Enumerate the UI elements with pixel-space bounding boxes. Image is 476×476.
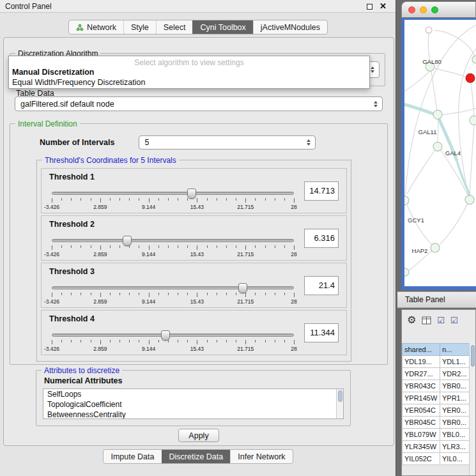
table-cell[interactable]: YDL1... xyxy=(440,356,470,368)
network-node[interactable] xyxy=(465,196,474,204)
table-row[interactable]: YBR043CYBR0... xyxy=(403,380,470,392)
slider-track[interactable] xyxy=(52,239,294,242)
threshold-value-input[interactable] xyxy=(304,276,339,295)
attributes-list[interactable]: SelfLoopsTopologicalCoefficientBetweenne… xyxy=(43,388,344,419)
close-traffic-light-icon[interactable] xyxy=(408,6,415,13)
table-cell[interactable]: YLR3... xyxy=(440,441,470,453)
column-header-name[interactable]: n... xyxy=(440,344,470,356)
tab-discretize-data[interactable]: Discretize Data xyxy=(162,450,231,463)
combo-spinner-icon xyxy=(374,101,378,107)
ruler-tick xyxy=(245,198,246,203)
scrollbar-thumb[interactable] xyxy=(338,390,342,402)
network-node-gal4[interactable] xyxy=(433,142,442,151)
table-row[interactable]: YBL079WYBL0... xyxy=(403,429,470,441)
tab-jactivemnodules[interactable]: jActiveMNodules xyxy=(253,20,327,34)
ruler-tick xyxy=(110,340,111,342)
threshold-slider[interactable]: -3.4262.8599.14415.4321.71528 xyxy=(52,328,294,357)
threshold-slider[interactable]: -3.4262.8599.14415.4321.71528 xyxy=(52,281,294,309)
table-cell[interactable]: YDR27... xyxy=(403,368,440,380)
slider-handle[interactable] xyxy=(161,330,170,341)
number-of-intervals-combobox[interactable]: 5 xyxy=(139,135,316,150)
table-cell[interactable]: YIL052C xyxy=(403,453,440,465)
table-cell[interactable]: YBR045C xyxy=(403,417,440,429)
slider-track[interactable] xyxy=(52,334,294,337)
number-of-intervals-row: Number of Intervals 5 xyxy=(40,135,387,150)
table-cell[interactable]: YDR2... xyxy=(440,368,470,380)
ruler-tick xyxy=(284,293,285,295)
ruler-tick xyxy=(178,198,178,201)
attribute-list-item[interactable]: BetweennessCentrality xyxy=(43,410,336,419)
ruler-tick xyxy=(119,340,120,342)
table-cell[interactable]: YBR0... xyxy=(440,417,470,429)
network-node[interactable] xyxy=(404,268,409,276)
minimize-traffic-light-icon[interactable] xyxy=(420,6,427,13)
table-cell[interactable]: YPR145W xyxy=(403,392,440,404)
tab-style[interactable]: Style xyxy=(123,20,156,34)
table-row[interactable]: YLR345WYLR3... xyxy=(403,441,470,453)
network-node[interactable] xyxy=(470,116,476,125)
scrollbar-thumb[interactable] xyxy=(471,345,475,367)
close-icon[interactable]: ✕ xyxy=(380,0,387,13)
tab-network[interactable]: Network xyxy=(69,20,123,34)
checkbox-icon[interactable]: ☑ xyxy=(450,316,458,325)
table-data-combobox[interactable]: galFiltered.sif default node xyxy=(15,96,383,111)
dropdown-option-manual-discretization[interactable]: Manual Discretization xyxy=(9,67,369,77)
checkbox-icon[interactable]: ☑ xyxy=(437,316,445,325)
ruler-tick xyxy=(61,198,62,201)
tab-cyni-toolbox[interactable]: Cyni Toolbox xyxy=(192,20,252,34)
scrollbar[interactable] xyxy=(469,343,475,475)
table-row[interactable]: YIL052CYIL0... xyxy=(403,453,470,465)
network-node-selected-red[interactable] xyxy=(466,73,475,82)
slider-track[interactable] xyxy=(52,286,294,289)
table-row[interactable]: YDL19...YDL1... xyxy=(403,356,470,368)
slider-track[interactable] xyxy=(52,192,294,195)
threshold-value-input[interactable] xyxy=(304,229,339,248)
table-cell[interactable]: YER054C xyxy=(403,404,440,417)
table-cell[interactable]: YDL19... xyxy=(403,356,440,368)
table-cell[interactable]: YER0... xyxy=(440,404,470,417)
threshold-slider[interactable]: -3.4262.8599.14415.4321.71528 xyxy=(52,234,294,262)
apply-button[interactable]: Apply xyxy=(178,429,219,442)
table-cell[interactable]: YIL0... xyxy=(440,453,470,465)
slider-handle[interactable] xyxy=(123,236,132,246)
threshold-slider[interactable]: -3.4262.8599.14415.4321.71528 xyxy=(52,187,294,215)
table-cell[interactable]: YBL079W xyxy=(403,429,440,441)
threshold-value-input[interactable] xyxy=(304,323,339,342)
slider-handle[interactable] xyxy=(187,188,196,199)
network-node-gal11[interactable] xyxy=(433,110,442,119)
columns-icon[interactable] xyxy=(422,316,431,325)
column-header-shared-name[interactable]: shared... xyxy=(403,344,440,356)
window-controls: ✕ xyxy=(367,0,387,13)
table-cell[interactable]: YBR0... xyxy=(440,380,470,392)
table-row[interactable]: YDR27...YDR2... xyxy=(403,368,470,380)
tab-select[interactable]: Select xyxy=(156,20,193,34)
table-cell[interactable]: YPR1... xyxy=(440,392,470,404)
table-row[interactable]: YER054CYER0... xyxy=(403,404,470,417)
table-panel-header[interactable]: Table Panel xyxy=(397,291,476,308)
zoom-traffic-light-icon[interactable] xyxy=(431,6,438,13)
scale-label: 9.144 xyxy=(142,346,155,352)
table-row[interactable]: YBR045CYBR0... xyxy=(403,417,470,429)
network-node-hap2[interactable] xyxy=(431,243,440,252)
network-node[interactable] xyxy=(472,56,476,63)
network-canvas[interactable]: GAL80 GAL11 GAL4 GCY1 HAP2 xyxy=(404,20,476,286)
table-cell[interactable]: YLR345W xyxy=(403,441,440,453)
network-node-gcy1[interactable] xyxy=(404,196,409,205)
dropdown-option-equal-width-frequency[interactable]: Equal Width/Frequency Discretization xyxy=(9,77,369,88)
table-cell[interactable]: YBR043C xyxy=(403,380,440,392)
ruler-tick xyxy=(245,340,246,344)
attribute-list-item[interactable]: TopologicalCoefficient xyxy=(43,399,336,410)
scrollbar[interactable] xyxy=(336,389,343,418)
network-node[interactable] xyxy=(426,27,432,33)
attribute-list-item[interactable]: SelfLoops xyxy=(43,389,336,399)
table-row[interactable]: YPR145WYPR1... xyxy=(403,392,470,404)
ruler-tick xyxy=(71,293,72,295)
tab-infer-network[interactable]: Infer Network xyxy=(230,450,292,463)
threshold-value-input[interactable] xyxy=(304,181,339,201)
float-window-icon[interactable] xyxy=(367,4,372,10)
ruler-tick xyxy=(294,293,295,297)
gear-icon[interactable]: ⚙ xyxy=(407,315,416,325)
slider-handle[interactable] xyxy=(238,283,247,293)
table-cell[interactable]: YBL0... xyxy=(440,429,470,441)
tab-impute-data[interactable]: Impute Data xyxy=(104,450,161,463)
